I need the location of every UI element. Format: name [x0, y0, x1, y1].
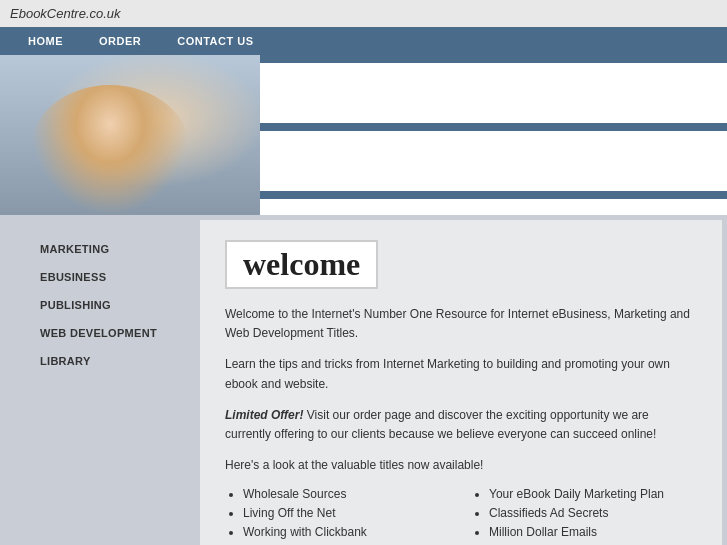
nav-bar: HOME ORDER CONTACT US [0, 27, 727, 55]
banner-right [260, 55, 727, 215]
sidebar-item-publishing[interactable]: PUBLISHING [0, 291, 200, 319]
main-area: MARKETING EBUSINESS PUBLISHING WEB DEVEL… [0, 215, 727, 545]
banner-stripe-bot [260, 191, 727, 199]
titles-right-col: Your eBook Daily Marketing Plan Classifi… [471, 487, 697, 544]
sidebar-item-ebusiness[interactable]: EBUSINESS [0, 263, 200, 291]
titles-left-col: Wholesale Sources Living Off the Net Wor… [225, 487, 451, 544]
content-area: welcome Welcome to the Internet's Number… [200, 220, 722, 545]
content-para-2: Learn the tips and tricks from Internet … [225, 355, 697, 393]
banner-stripe-top [260, 55, 727, 63]
sidebar: MARKETING EBUSINESS PUBLISHING WEB DEVEL… [0, 215, 200, 545]
sidebar-item-library[interactable]: LIBRARY [0, 347, 200, 375]
title-item-classifieds: Classifieds Ad Secrets [489, 506, 697, 520]
nav-order[interactable]: ORDER [81, 35, 159, 47]
sidebar-item-web-development[interactable]: WEB DEVELOPMENT [0, 319, 200, 347]
title-item-ebook-marketing: Your eBook Daily Marketing Plan [489, 487, 697, 501]
titles-list: Wholesale Sources Living Off the Net Wor… [225, 487, 697, 544]
banner-stripe-mid [260, 123, 727, 131]
banner-area [0, 55, 727, 215]
titles-section: Wholesale Sources Living Off the Net Wor… [225, 487, 697, 544]
site-title: EbookCentre.co.uk [0, 0, 727, 27]
title-item-clickbank: Working with Clickbank [243, 525, 451, 539]
nav-contact[interactable]: CONTACT US [159, 35, 271, 47]
welcome-heading: welcome [225, 240, 378, 289]
content-para-3: Limited Offer! Visit our order page and … [225, 406, 697, 444]
banner-image [0, 55, 260, 215]
title-item-living-off: Living Off the Net [243, 506, 451, 520]
nav-home[interactable]: HOME [10, 35, 81, 47]
sidebar-item-marketing[interactable]: MARKETING [0, 235, 200, 263]
site-title-text: EbookCentre.co.uk [10, 6, 121, 21]
content-para-4: Here's a look at the valuable titles now… [225, 456, 697, 475]
banner-image-inner [0, 55, 260, 215]
content-para-1: Welcome to the Internet's Number One Res… [225, 305, 697, 343]
title-item-million-dollar: Million Dollar Emails [489, 525, 697, 539]
title-item-wholesale: Wholesale Sources [243, 487, 451, 501]
limited-offer-label: Limited Offer! [225, 408, 303, 422]
